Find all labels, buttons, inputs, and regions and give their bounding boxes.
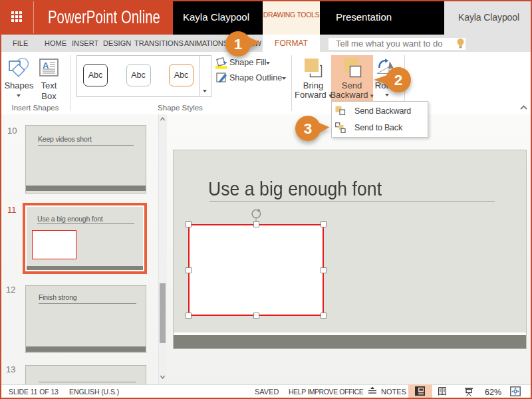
svg-text:3: 3 xyxy=(304,120,313,137)
svg-text:1: 1 xyxy=(234,36,243,53)
svg-text:2: 2 xyxy=(394,72,403,88)
